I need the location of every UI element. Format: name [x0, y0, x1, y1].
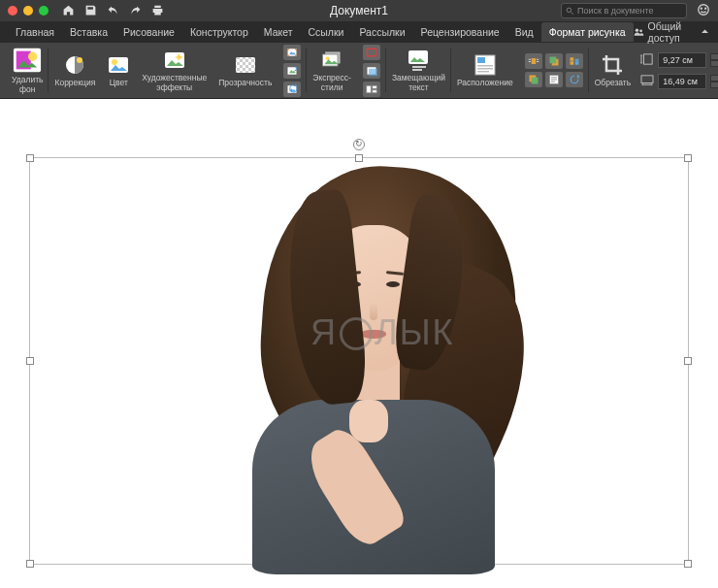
- artistic-effects-label: Художественные эффекты: [142, 74, 207, 92]
- resize-handle-br[interactable]: [684, 560, 692, 568]
- picture-layout-button[interactable]: [363, 82, 380, 97]
- wrap-text-button[interactable]: [525, 53, 542, 69]
- svg-rect-51: [551, 77, 557, 79]
- artistic-effects-button[interactable]: Художественные эффекты: [136, 43, 212, 98]
- save-icon[interactable]: [84, 4, 97, 18]
- remove-background-icon: [13, 47, 42, 74]
- svg-rect-37: [477, 71, 489, 73]
- width-spinner[interactable]: [710, 75, 718, 88]
- picture-styles-more-stack: [357, 43, 386, 98]
- transparency-label: Прозрачность: [218, 79, 272, 87]
- crop-icon: [601, 53, 624, 77]
- search-input[interactable]: Поиск в документе: [561, 3, 687, 18]
- crop-button[interactable]: Обрезать: [589, 43, 637, 98]
- document-canvas[interactable]: ЯЛЫК: [0, 99, 718, 588]
- position-button[interactable]: Расположение: [451, 43, 519, 98]
- quick-styles-button[interactable]: Экспресс-стили: [307, 43, 357, 98]
- svg-rect-46: [574, 59, 578, 65]
- height-icon: [640, 51, 654, 69]
- corrections-button[interactable]: Коррекция: [49, 43, 101, 98]
- svg-rect-40: [537, 59, 538, 60]
- svg-point-2: [701, 8, 702, 9]
- compress-pictures-button[interactable]: [283, 45, 301, 60]
- rotate-button[interactable]: [566, 72, 583, 87]
- svg-rect-31: [412, 66, 426, 68]
- picture-border-button[interactable]: [363, 45, 380, 60]
- zoom-window-button[interactable]: [39, 6, 49, 16]
- svg-rect-26: [369, 68, 377, 76]
- resize-handle-tl[interactable]: [26, 154, 34, 162]
- selection-pane-button[interactable]: [545, 72, 563, 87]
- height-spinner[interactable]: [710, 53, 718, 67]
- svg-rect-42: [537, 61, 538, 62]
- height-field[interactable]: 9,27 см: [658, 52, 706, 68]
- color-icon: [107, 53, 130, 77]
- bring-forward-button[interactable]: [545, 53, 563, 69]
- svg-rect-52: [551, 79, 557, 81]
- tab-references[interactable]: Ссылки: [300, 22, 351, 42]
- tab-home[interactable]: Главная: [8, 22, 62, 42]
- reset-picture-button[interactable]: [283, 82, 301, 97]
- svg-rect-49: [531, 78, 538, 84]
- minimize-window-button[interactable]: [23, 6, 33, 16]
- svg-rect-36: [477, 68, 493, 70]
- ribbon-tabstrip: Главная Вставка Рисование Конструктор Ма…: [0, 21, 718, 43]
- svg-rect-53: [551, 82, 555, 83]
- send-backward-button[interactable]: [525, 72, 542, 87]
- search-icon: [566, 7, 574, 16]
- selected-picture[interactable]: [29, 157, 689, 565]
- quick-styles-label: Экспресс-стили: [312, 74, 351, 92]
- remove-background-button[interactable]: Удалить фон: [6, 43, 49, 98]
- resize-handle-mr[interactable]: [684, 357, 692, 365]
- svg-rect-44: [549, 57, 556, 64]
- crop-label: Обрезать: [595, 79, 632, 87]
- titlebar: Документ1 Поиск в документе: [0, 0, 718, 21]
- alt-text-button[interactable]: Замещающий текст: [386, 43, 451, 98]
- tab-design[interactable]: Конструктор: [182, 22, 256, 42]
- svg-rect-55: [641, 75, 653, 82]
- document-title: Документ1: [330, 4, 388, 17]
- rotate-handle[interactable]: [353, 139, 365, 150]
- svg-rect-39: [528, 59, 530, 60]
- width-field[interactable]: 16,49 см: [658, 74, 706, 89]
- picture-content: [175, 157, 543, 565]
- home-icon[interactable]: [62, 4, 75, 18]
- print-icon[interactable]: [151, 4, 164, 18]
- corrections-icon: [63, 53, 86, 77]
- svg-point-8: [28, 52, 37, 61]
- feedback-icon[interactable]: [697, 3, 710, 18]
- tab-review[interactable]: Рецензирование: [413, 22, 507, 42]
- tab-picture-format[interactable]: Формат рисунка: [541, 22, 634, 42]
- picture-effects-button[interactable]: [363, 63, 380, 79]
- undo-icon[interactable]: [107, 4, 119, 18]
- svg-rect-15: [236, 57, 255, 73]
- svg-point-1: [699, 5, 709, 16]
- svg-point-4: [635, 28, 637, 31]
- alt-text-icon: [407, 49, 430, 72]
- svg-rect-47: [569, 61, 579, 62]
- svg-rect-27: [367, 85, 372, 93]
- align-button[interactable]: [566, 53, 583, 69]
- adjust-more-stack: [277, 43, 307, 98]
- collapse-ribbon-icon[interactable]: [700, 26, 710, 39]
- tab-draw[interactable]: Рисование: [115, 22, 182, 42]
- svg-rect-35: [477, 65, 493, 67]
- tab-view[interactable]: Вид: [507, 22, 541, 42]
- share-button[interactable]: Общий доступ: [648, 20, 696, 44]
- transparency-button[interactable]: Прозрачность: [212, 43, 277, 98]
- resize-handle-bl[interactable]: [26, 560, 34, 568]
- close-window-button[interactable]: [8, 6, 17, 16]
- svg-rect-28: [373, 85, 377, 88]
- tab-mailings[interactable]: Рассылки: [351, 22, 412, 42]
- change-picture-button[interactable]: [283, 63, 301, 79]
- corrections-label: Коррекция: [54, 79, 95, 87]
- tab-layout[interactable]: Макет: [256, 22, 301, 42]
- resize-handle-ml[interactable]: [26, 357, 34, 365]
- alt-text-label: Замещающий текст: [392, 74, 445, 92]
- tab-insert[interactable]: Вставка: [62, 22, 115, 42]
- resize-handle-tr[interactable]: [684, 154, 692, 162]
- quick-styles-icon: [320, 49, 343, 72]
- color-button[interactable]: Цвет: [101, 43, 136, 98]
- redo-icon[interactable]: [129, 4, 142, 18]
- window-controls: [0, 6, 49, 16]
